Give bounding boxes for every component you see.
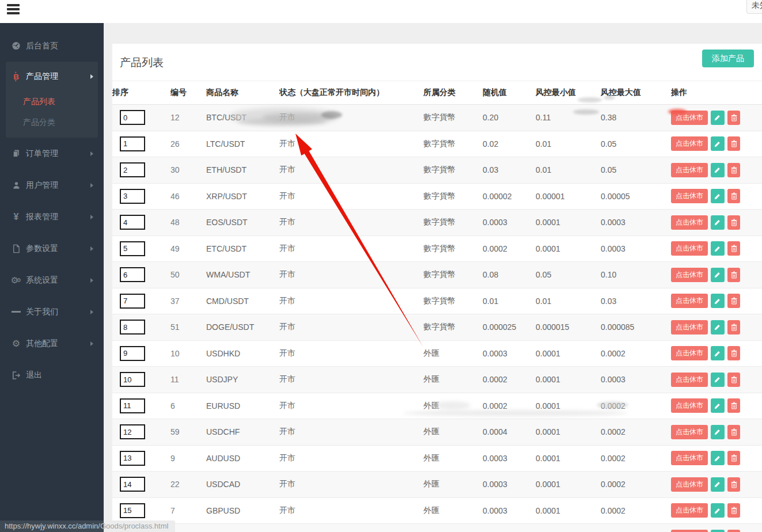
status-bar: https://hywjy.winxx.cc/admin/Goods/procl… (0, 520, 175, 532)
sort-input[interactable] (120, 451, 145, 466)
sidebar-item-product-management[interactable]: B 产品管理 (6, 62, 98, 92)
close-market-button[interactable]: 点击休市 (671, 451, 708, 465)
edit-button[interactable] (711, 320, 725, 335)
edit-button[interactable] (711, 111, 725, 125)
delete-button[interactable] (727, 111, 740, 125)
file-icon (12, 244, 21, 253)
close-market-button[interactable]: 点击休市 (671, 241, 708, 256)
delete-button[interactable] (727, 189, 740, 203)
delete-button[interactable] (727, 163, 740, 177)
sidebar-item-parameters[interactable]: 参数设置 (0, 233, 104, 264)
close-market-button[interactable]: 点击休市 (671, 425, 708, 439)
trash-icon (731, 428, 737, 436)
edit-pencil-icon (714, 114, 721, 121)
row-random (483, 524, 536, 532)
delete-button[interactable] (727, 136, 740, 151)
sidebar-item-users[interactable]: 用户管理 (0, 169, 104, 201)
trash-icon (731, 324, 737, 331)
sort-input[interactable] (120, 241, 145, 256)
sidebar-item-dashboard[interactable]: 后台首页 (0, 30, 104, 62)
close-market-button[interactable]: 点击休市 (671, 477, 708, 492)
close-market-button[interactable]: 点击休市 (671, 320, 708, 335)
row-num: 22 (170, 472, 206, 498)
sort-input[interactable] (120, 503, 145, 518)
delete-button[interactable] (727, 320, 740, 335)
sidebar-item-product-category[interactable]: 产品分类 (6, 112, 98, 133)
sidebar-item-logout[interactable]: 退出 (0, 359, 104, 391)
sort-input[interactable] (120, 136, 145, 151)
close-market-button[interactable]: 点击休市 (671, 346, 708, 360)
sidebar-item-product-list[interactable]: 产品列表 (6, 92, 98, 112)
delete-button[interactable] (727, 477, 740, 492)
edit-button[interactable] (711, 268, 725, 282)
add-product-button[interactable]: 添加产品 (702, 50, 754, 67)
close-market-button[interactable]: 点击休市 (671, 398, 708, 413)
trash-icon (731, 481, 737, 488)
edit-button[interactable] (711, 215, 725, 230)
edit-button[interactable] (711, 163, 725, 177)
trash-icon (731, 507, 737, 514)
sort-input[interactable] (120, 372, 145, 387)
close-market-button[interactable]: 点击休市 (671, 373, 708, 387)
sort-input[interactable] (120, 320, 145, 335)
close-market-button[interactable]: 点击休市 (671, 136, 708, 151)
sidebar-item-system-settings[interactable]: ⚙⚙ 系统设置 (0, 264, 104, 296)
edit-button[interactable] (711, 503, 725, 518)
delete-button[interactable] (727, 451, 740, 465)
sort-input[interactable] (120, 162, 145, 177)
sidebar-item-orders[interactable]: 订单管理 (0, 138, 104, 169)
edit-button[interactable] (711, 451, 725, 465)
edit-button[interactable] (711, 373, 725, 387)
product-list-panel: 产品列表 添加产品 排序编号商品名称状态（大盘正常开市时间内）所属分类随机值风控… (112, 44, 762, 532)
delete-button[interactable] (727, 373, 740, 387)
close-market-button[interactable]: 点击休市 (671, 189, 708, 203)
close-market-button[interactable]: 点击休市 (671, 215, 708, 230)
sidebar-item-other-config[interactable]: ⚙ 其他配置 (0, 328, 104, 359)
delete-button[interactable] (727, 346, 740, 360)
delete-button[interactable] (727, 530, 740, 532)
close-market-button[interactable]: 点击休市 (671, 530, 708, 532)
user-dropdown[interactable]: 未知 (746, 0, 762, 14)
edit-button[interactable] (711, 241, 725, 256)
row-status: 开市 (279, 210, 423, 236)
row-min: 0.01 (536, 288, 601, 314)
row-random: 0.0003 (483, 472, 536, 498)
sidebar-item-reports[interactable]: ¥ 报表管理 (0, 201, 104, 233)
sidebar-item-about-us[interactable]: 关于我们 (0, 296, 104, 328)
row-max: 0.0002 (601, 497, 671, 524)
edit-button[interactable] (711, 398, 725, 413)
sort-input[interactable] (120, 215, 145, 230)
sort-input[interactable] (120, 110, 145, 125)
delete-button[interactable] (727, 398, 740, 413)
edit-button[interactable] (711, 477, 725, 492)
close-market-button[interactable]: 点击休市 (671, 111, 708, 125)
sort-input[interactable] (120, 294, 145, 309)
sort-input[interactable] (120, 424, 145, 439)
trash-icon (731, 140, 737, 147)
edit-button[interactable] (711, 346, 725, 360)
delete-button[interactable] (727, 294, 740, 308)
delete-button[interactable] (727, 241, 740, 256)
edit-button[interactable] (711, 136, 725, 151)
edit-button[interactable] (711, 425, 725, 439)
sort-input[interactable] (120, 477, 145, 492)
row-status: 开市 (279, 262, 423, 288)
delete-button[interactable] (727, 268, 740, 282)
close-market-button[interactable]: 点击休市 (671, 503, 708, 518)
edit-button[interactable] (711, 294, 725, 308)
close-market-button[interactable]: 点击休市 (671, 163, 708, 177)
menu-toggle-icon[interactable] (7, 4, 21, 16)
sort-input[interactable] (120, 267, 145, 282)
delete-button[interactable] (727, 215, 740, 230)
delete-button[interactable] (727, 503, 740, 518)
table-row: 50 WMA/USDT 开市 數字貨幣 0.08 0.05 0.10 点击休市 (112, 262, 762, 288)
delete-button[interactable] (727, 425, 740, 439)
close-market-button[interactable]: 点击休市 (671, 268, 708, 282)
sort-input[interactable] (120, 398, 145, 413)
edit-button[interactable] (711, 189, 725, 203)
edit-button[interactable] (711, 530, 725, 532)
sort-input[interactable] (120, 189, 145, 204)
row-name: USDHKD (206, 340, 279, 367)
sort-input[interactable] (120, 346, 145, 361)
close-market-button[interactable]: 点击休市 (671, 294, 708, 308)
